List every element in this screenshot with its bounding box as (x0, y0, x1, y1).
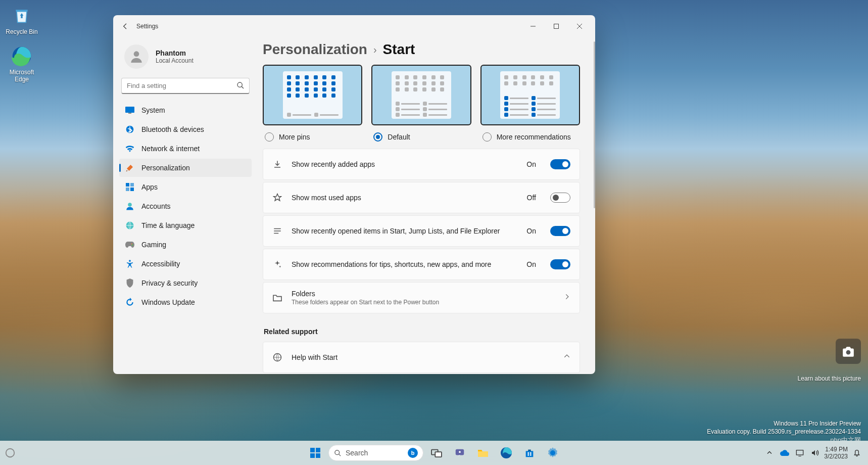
start-button[interactable] (305, 443, 325, 463)
nav-label: Apps (141, 183, 158, 191)
titlebar[interactable]: Settings (113, 15, 595, 37)
search-input[interactable] (121, 78, 250, 94)
star-icon (272, 193, 282, 202)
store-icon (524, 447, 535, 458)
svg-point-3 (134, 51, 139, 57)
svg-line-5 (242, 86, 244, 88)
svg-rect-11 (126, 188, 129, 191)
setting-folders[interactable]: Folders These folders appear on Start ne… (263, 282, 580, 313)
nav-item-accounts[interactable]: Accounts (119, 197, 252, 215)
setting-label: Show recently opened items in Start, Jum… (292, 227, 517, 235)
content-pane[interactable]: Personalization › Start (258, 37, 595, 374)
minimize-icon (531, 24, 536, 29)
taskbar-search[interactable]: Search b (328, 445, 423, 461)
setting-recently-added[interactable]: Show recently added apps On (263, 149, 580, 180)
layout-option-default[interactable]: Default (371, 65, 471, 142)
chevron-up-icon (563, 353, 570, 362)
avatar (124, 44, 149, 69)
globe-icon (272, 353, 282, 362)
system-icon (125, 106, 134, 115)
taskbar-chat[interactable] (450, 443, 470, 463)
breadcrumb-parent[interactable]: Personalization (263, 41, 367, 58)
taskbar-center: Search b (305, 443, 563, 463)
arrow-left-icon (121, 22, 129, 30)
desktop-icon-edge[interactable]: Microsoft Edge (4, 45, 39, 83)
svg-rect-28 (435, 452, 442, 457)
desktop-icon-recycle-bin[interactable]: Recycle Bin (4, 5, 39, 35)
taskbar[interactable]: Search b 1:49 PM 3/2/2023 (0, 441, 868, 465)
maximize-button[interactable] (545, 18, 568, 34)
learn-about-picture[interactable]: Learn about this picture (798, 375, 861, 382)
accounts-icon (125, 202, 134, 211)
task-view-button[interactable] (426, 443, 447, 463)
taskbar-edge[interactable] (496, 443, 516, 463)
search-placeholder: Search (346, 449, 368, 457)
minimize-button[interactable] (521, 18, 545, 34)
layout-label: Default (388, 133, 410, 141)
back-button[interactable] (117, 18, 133, 34)
taskbar-store[interactable] (519, 443, 540, 463)
nav-item-apps[interactable]: Apps (119, 178, 252, 196)
taskbar-explorer[interactable] (473, 443, 493, 463)
volume-icon[interactable] (809, 446, 821, 460)
list-icon (272, 227, 282, 235)
toggle-switch[interactable] (550, 259, 570, 269)
nav-item-personalization[interactable]: Personalization (119, 159, 252, 177)
nav-label: Bluetooth & devices (141, 125, 204, 133)
svg-rect-2 (554, 24, 559, 29)
help-label: Help with Start (292, 353, 554, 361)
taskbar-settings[interactable] (543, 443, 563, 463)
nav-item-network[interactable]: Network & internet (119, 140, 252, 158)
toggle-switch[interactable] (550, 226, 570, 236)
system-tray[interactable]: 1:49 PM 3/2/2023 (763, 446, 868, 460)
svg-point-19 (846, 350, 851, 355)
breadcrumb-current: Start (383, 41, 415, 58)
bing-icon: b (408, 448, 418, 458)
setting-most-used[interactable]: Show most used apps Off (263, 182, 580, 213)
clock-time: 1:49 PM (824, 446, 848, 453)
nav-item-bluetooth[interactable]: Bluetooth & devices (119, 120, 252, 138)
toggle-switch[interactable] (550, 193, 570, 203)
nav-item-accessibility[interactable]: Accessibility (119, 255, 252, 273)
chevron-right-icon: › (373, 44, 377, 56)
settings-window: Settings Phantom Local Account (113, 15, 595, 374)
svg-rect-22 (316, 448, 320, 452)
gear-icon (547, 447, 559, 459)
bluetooth-icon (125, 125, 134, 134)
nav-item-windows-update[interactable]: Windows Update (119, 293, 252, 311)
clock-date: 3/2/2023 (824, 453, 848, 460)
search-box[interactable] (121, 78, 250, 94)
svg-point-17 (129, 260, 131, 262)
setting-recently-opened[interactable]: Show recently opened items in Start, Jum… (263, 215, 580, 247)
toggle-switch[interactable] (550, 159, 570, 169)
nav-item-gaming[interactable]: Gaming (119, 236, 252, 254)
tray-chevron-icon[interactable] (763, 446, 776, 460)
watermark-line2: Evaluation copy. Build 25309.rs_prerelea… (707, 428, 861, 436)
radio-button[interactable] (265, 132, 274, 142)
nav-label: Privacy & security (141, 279, 198, 287)
setting-label: Show recently added apps (292, 160, 517, 168)
radio-button[interactable] (373, 132, 382, 142)
user-account-row[interactable]: Phantom Local Account (119, 37, 252, 78)
camera-icon (842, 346, 855, 357)
nav-item-time-language[interactable]: Time & language (119, 216, 252, 235)
scrollbar[interactable] (594, 41, 595, 208)
nav-item-privacy[interactable]: Privacy & security (119, 274, 252, 292)
notifications-icon[interactable] (851, 446, 863, 460)
nav-item-system[interactable]: System (119, 101, 252, 119)
svg-rect-10 (130, 183, 134, 187)
spotlight-camera-widget[interactable] (836, 339, 861, 364)
layout-option-more-recommendations[interactable]: More recommendations (480, 65, 580, 142)
help-with-start[interactable]: Help with Start (263, 342, 580, 373)
network-tray-icon[interactable] (794, 446, 806, 460)
close-icon (577, 24, 582, 29)
setting-recommendations[interactable]: Show recommendations for tips, shortcuts… (263, 249, 580, 280)
onedrive-icon[interactable] (779, 446, 791, 460)
search-icon (236, 81, 245, 91)
layout-option-more-pins[interactable]: More pins (263, 65, 362, 142)
radio-button[interactable] (483, 132, 492, 142)
clock[interactable]: 1:49 PM 3/2/2023 (824, 446, 848, 460)
close-button[interactable] (568, 18, 591, 34)
widgets-button[interactable] (0, 443, 20, 463)
setting-label: Show most used apps (292, 194, 518, 202)
